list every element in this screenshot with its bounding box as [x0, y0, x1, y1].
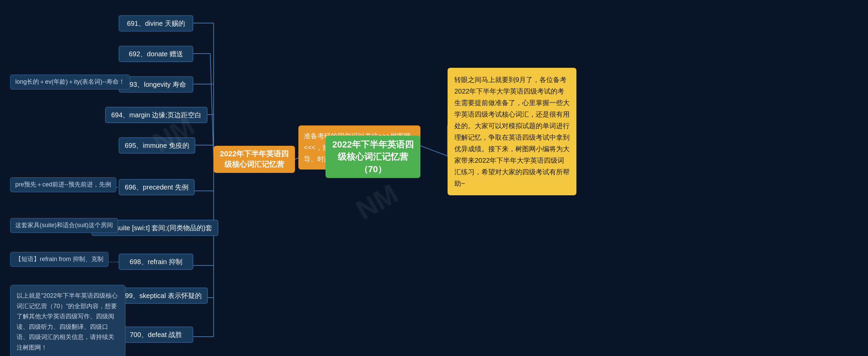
- vocab-node-692: 692、donate 赠送: [119, 46, 193, 62]
- center-node: 2022年下半年英语四级核心词汇记忆营: [214, 146, 295, 173]
- mindmap-container: 691、divine 天赐的 692、donate 赠送 693、longevi…: [0, 0, 868, 356]
- hint-node-696: pre预先＋ced前进--预先前进，先例: [10, 177, 116, 192]
- hint-node-698: 【短语】refrain from 抑制、克制: [10, 252, 108, 267]
- right-main-node: 2022年下半年英语四级核心词汇记忆营（70）: [326, 136, 420, 178]
- vocab-node-695: 695、immune 免疫的: [119, 137, 195, 154]
- vocab-node-694: 694、margin 边缘;页边距空白: [105, 107, 208, 123]
- hint-node-697: 这套家具(suite)和适合(suit)这个房间: [10, 218, 118, 233]
- vocab-node-699: 699、skeptical 表示怀疑的: [115, 288, 208, 304]
- svg-line-26: [420, 146, 448, 156]
- vocab-node-700: 700、defeat 战胜: [119, 327, 193, 343]
- watermark-2: NM: [351, 178, 403, 226]
- svg-line-3: [210, 54, 214, 159]
- vocab-node-696: 696、precedent 先例: [119, 179, 195, 195]
- vocab-node-691: 691、divine 天赐的: [119, 15, 193, 32]
- right-desc-node: 转眼之间马上就要到9月了，各位备考2022年下半年大学英语四级考试的考生需要提前…: [448, 68, 576, 195]
- vocab-node-698: 698、refrain 抑制: [119, 254, 193, 270]
- hint-node-693: long长的＋ev(年龄)＋ity(表名词)--寿命！: [10, 75, 130, 90]
- summary-node: 以上就是"2022年下半年英语四级核心词汇记忆营（70）"的全部内容，想要了解其…: [10, 285, 125, 356]
